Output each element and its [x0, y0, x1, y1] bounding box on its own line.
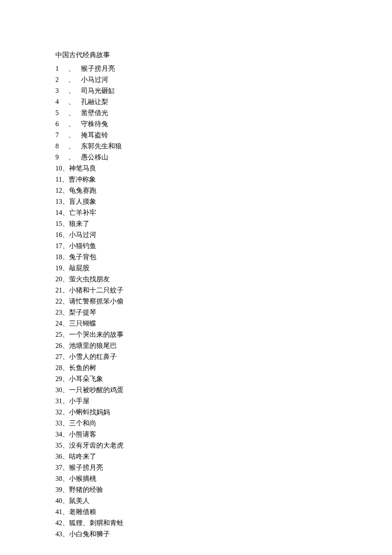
item-number-sep-text: 26、池塘里的狼尾巴	[55, 340, 117, 351]
item-number-sep-text: 32、小蝌蚪找妈妈	[55, 407, 110, 418]
item-number-sep-text: 10、神笔马良	[55, 163, 96, 174]
item-text: 守株待兔	[81, 119, 108, 130]
item-number-sep-text: 39、野猪的经验	[55, 484, 103, 495]
list-item: 34、小熊请客	[55, 429, 392, 440]
item-number-sep-text: 31、小手屋	[55, 396, 89, 407]
list-item: 3、司马光砸缸	[55, 85, 392, 96]
list-item: 39、野猪的经验	[55, 484, 392, 495]
item-number-sep-text: 41、老雕借粮	[55, 506, 96, 517]
list-item: 29、小耳朵飞象	[55, 373, 392, 384]
item-number: 6	[55, 119, 68, 130]
list-item: 12、龟兔赛跑	[55, 185, 392, 196]
list-item: 8、东郭先生和狼	[55, 141, 392, 152]
item-separator: 、	[68, 63, 81, 74]
item-separator: 、	[68, 107, 81, 119]
item-number-sep-text: 42、狐狸、刺猬和青蛙	[55, 517, 124, 529]
list-item: 15、狼来了	[55, 218, 392, 229]
item-number-sep-text: 28、长鱼的树	[55, 362, 96, 373]
item-number-sep-text: 12、龟兔赛跑	[55, 185, 96, 196]
item-separator: 、	[68, 152, 81, 163]
list-item: 20、萤火虫找朋友	[55, 274, 392, 285]
list-item: 18、兔子背包	[55, 251, 392, 263]
list-item: 25、一个哭出来的故事	[55, 329, 392, 340]
list-item: 36、咕咚来了	[55, 451, 392, 462]
item-text: 凿壁借光	[81, 107, 108, 119]
item-number-sep-text: 37、猴子捞月亮	[55, 462, 103, 473]
list-item: 6、守株待兔	[55, 119, 392, 130]
list-item: 37、猴子捞月亮	[55, 462, 392, 473]
list-item: 2、小马过河	[55, 74, 392, 85]
item-number-sep-text: 11、曹冲称象	[55, 174, 96, 185]
item-separator: 、	[68, 74, 81, 85]
list-item: 27、小雪人的红鼻子	[55, 351, 392, 362]
item-number-sep-text: 29、小耳朵飞象	[55, 373, 103, 384]
list-item: 41、老雕借粮	[55, 506, 392, 517]
list-item: 10、神笔马良	[55, 163, 392, 174]
list-item: 21、小猪和十二只蚊子	[55, 285, 392, 296]
item-number-sep-text: 40、鼠美人	[55, 495, 89, 506]
item-number: 4	[55, 96, 68, 107]
item-number: 9	[55, 152, 68, 163]
item-separator: 、	[68, 141, 81, 152]
list-item: 1、猴子捞月亮	[55, 63, 392, 74]
list-item: 38、小猴摘桃	[55, 473, 392, 484]
item-text: 司马光砸缸	[81, 85, 115, 96]
item-number-sep-text: 33、三个和尚	[55, 418, 96, 429]
item-text: 孔融让梨	[81, 96, 108, 107]
item-number-sep-text: 22、请忙警察抓笨小偷	[55, 296, 124, 307]
item-number-sep-text: 36、咕咚来了	[55, 451, 96, 462]
list-item: 35、没有牙齿的大老虎	[55, 440, 392, 451]
item-number-sep-text: 23、梨子提琴	[55, 307, 96, 318]
item-number-sep-text: 16、小马过河	[55, 229, 96, 240]
list-item: 26、池塘里的狼尾巴	[55, 340, 392, 351]
item-text: 掩耳盗铃	[81, 130, 108, 141]
item-number-sep-text: 21、小猪和十二只蚊子	[55, 285, 124, 296]
list-item: 19、敲屁股	[55, 263, 392, 274]
item-number: 1	[55, 63, 68, 74]
item-number-sep-text: 35、没有牙齿的大老虎	[55, 440, 124, 451]
item-separator: 、	[68, 119, 81, 130]
item-number-sep-text: 18、兔子背包	[55, 251, 96, 263]
item-separator: 、	[68, 130, 81, 141]
item-number-sep-text: 13、盲人摸象	[55, 196, 96, 207]
list-item: 5、凿壁借光	[55, 107, 392, 119]
list-item: 11、曹冲称象	[55, 174, 392, 185]
list-item: 17、小猫钓鱼	[55, 240, 392, 251]
list-item: 7、掩耳盗铃	[55, 130, 392, 141]
list-item: 13、盲人摸象	[55, 196, 392, 207]
item-separator: 、	[68, 96, 81, 107]
list-item: 42、狐狸、刺猬和青蛙	[55, 517, 392, 529]
item-number-sep-text: 20、萤火虫找朋友	[55, 274, 110, 285]
list-item: 28、长鱼的树	[55, 362, 392, 373]
item-number-sep-text: 17、小猫钓鱼	[55, 240, 96, 251]
list-item: 30、一只被吵醒的鸡蛋	[55, 384, 392, 396]
list-item: 14、亡羊补牢	[55, 207, 392, 218]
list-item: 31、小手屋	[55, 396, 392, 407]
list-item: 23、梨子提琴	[55, 307, 392, 318]
item-number: 7	[55, 130, 68, 141]
item-number: 3	[55, 85, 68, 96]
list-item: 32、小蝌蚪找妈妈	[55, 407, 392, 418]
list-item: 33、三个和尚	[55, 418, 392, 429]
item-number-sep-text: 30、一只被吵醒的鸡蛋	[55, 384, 124, 396]
item-number-sep-text: 24、三只蝴蝶	[55, 318, 96, 329]
list-item: 22、请忙警察抓笨小偷	[55, 296, 392, 307]
list-item: 40、鼠美人	[55, 495, 392, 506]
list-item: 9、愚公移山	[55, 152, 392, 163]
document-title: 中国古代经典故事	[55, 49, 392, 61]
item-text: 东郭先生和狼	[81, 141, 122, 152]
item-number-sep-text: 19、敲屁股	[55, 263, 89, 274]
item-number: 5	[55, 107, 68, 119]
item-number-sep-text: 27、小雪人的红鼻子	[55, 351, 117, 362]
item-number-sep-text: 15、狼来了	[55, 218, 89, 229]
item-number: 2	[55, 74, 68, 85]
item-number-sep-text: 14、亡羊补牢	[55, 207, 96, 218]
list-item: 43、小白兔和狮子	[55, 529, 392, 540]
item-separator: 、	[68, 85, 81, 96]
list-item: 16、小马过河	[55, 229, 392, 240]
item-number-sep-text: 38、小猴摘桃	[55, 473, 96, 484]
list-item: 24、三只蝴蝶	[55, 318, 392, 329]
item-number: 8	[55, 141, 68, 152]
story-list: 1、猴子捞月亮2、小马过河3、司马光砸缸4、孔融让梨5、凿壁借光6、守株待兔7、…	[55, 63, 392, 540]
item-text: 小马过河	[81, 74, 108, 85]
